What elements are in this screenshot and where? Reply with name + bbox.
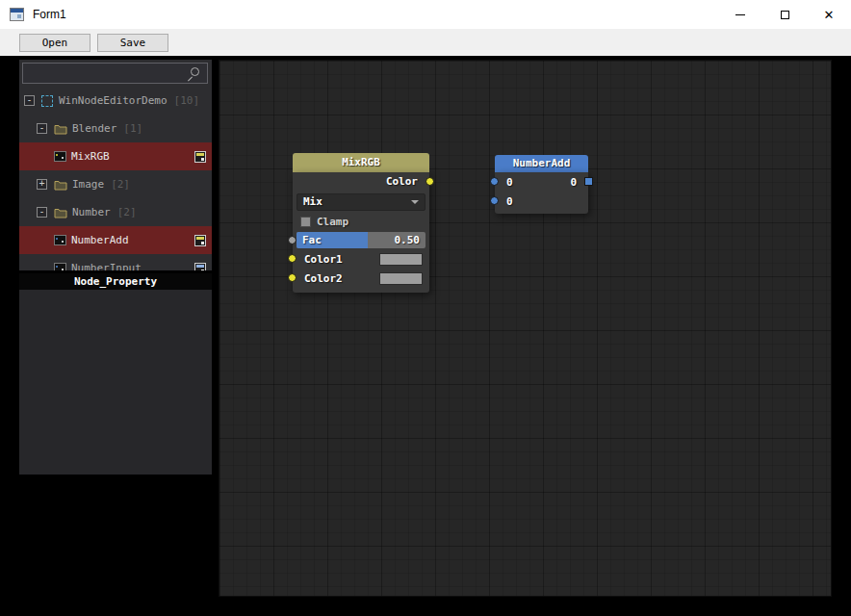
maximize-button[interactable]: [762, 0, 807, 29]
node-editor-icon: [41, 95, 53, 107]
node-mixrgb-body: Color Mix Clamp Fac 0.50 Color1: [293, 172, 429, 293]
node-form-icon[interactable]: [194, 235, 206, 246]
tree-item-label: Image: [72, 178, 104, 191]
fac-value: 0.50: [395, 232, 421, 248]
node-icon: [54, 263, 66, 270]
blend-mode-row: Mix: [293, 192, 429, 213]
tree-item-label: MixRGB: [71, 150, 110, 163]
numberadd-input2-socket[interactable]: [490, 196, 499, 205]
color1-row: Color1: [293, 249, 429, 269]
color2-row: Color2: [293, 269, 429, 288]
tree-item-winnodeeditordemo[interactable]: - WinNodeEditorDemo [10]: [19, 87, 212, 115]
node-numberadd[interactable]: NumberAdd 0 0 0: [495, 155, 588, 214]
tree-item-blender[interactable]: - Blender [1]: [19, 115, 212, 142]
close-icon: ✕: [824, 9, 835, 21]
node-mixrgb[interactable]: MixRGB Color Mix Clamp Fac 0.50: [293, 153, 429, 293]
collapse-icon[interactable]: -: [37, 207, 47, 218]
maximize-icon: [781, 11, 789, 19]
blend-mode-dropdown[interactable]: Mix: [297, 193, 426, 211]
node-icon: [54, 151, 66, 162]
tree-item-image[interactable]: + Image [2]: [19, 170, 212, 198]
tree-item-label: Number: [72, 206, 111, 218]
tree-item-label: WinNodeEditorDemo: [59, 94, 168, 107]
node-icon: [54, 235, 66, 245]
minimize-icon: [735, 14, 745, 15]
close-button[interactable]: ✕: [807, 0, 851, 29]
tree-item-mixrgb[interactable]: MixRGB: [19, 142, 212, 170]
color1-swatch[interactable]: [379, 253, 423, 266]
folder-icon: [54, 179, 67, 191]
tree-item-label: NumberInput: [71, 262, 142, 270]
fac-label: Fac: [302, 232, 322, 248]
chevron-down-icon: [411, 200, 419, 204]
window-title: Form1: [33, 8, 66, 21]
node-property-header: Node_Property: [19, 273, 212, 290]
node-tree: - WinNodeEditorDemo [10] - Blender [1] M…: [19, 87, 212, 270]
node-property-panel: [19, 290, 212, 475]
tree-item-count: [2]: [117, 206, 137, 218]
window-controls: ✕: [718, 0, 851, 29]
node-form-icon[interactable]: [194, 151, 206, 163]
expand-icon[interactable]: +: [37, 179, 47, 190]
search-input[interactable]: [23, 64, 207, 83]
color2-input-socket[interactable]: [288, 273, 297, 282]
minimize-button[interactable]: [718, 0, 762, 29]
tree-item-numberinput[interactable]: NumberInput: [19, 254, 212, 270]
tree-item-count: [10]: [174, 94, 200, 107]
clamp-checkbox[interactable]: [300, 217, 311, 227]
fac-row: Fac 0.50: [293, 231, 429, 249]
color1-input-socket[interactable]: [288, 254, 297, 263]
node-tree-panel: - WinNodeEditorDemo [10] - Blender [1] M…: [19, 60, 212, 270]
numberadd-row1: 0 0: [495, 172, 588, 192]
node-numberadd-body: 0 0 0: [495, 172, 588, 214]
node-canvas[interactable]: MixRGB Color Mix Clamp Fac 0.50: [219, 60, 832, 597]
node-form-icon[interactable]: [194, 263, 206, 271]
color-output-socket[interactable]: [426, 177, 434, 186]
numberadd-input1-socket[interactable]: [490, 177, 499, 186]
search-icon: [191, 67, 199, 76]
tree-item-label: Blender: [72, 122, 116, 135]
save-button[interactable]: Save: [97, 34, 168, 52]
color-output-row: Color: [293, 172, 429, 192]
titlebar: Form1 ✕: [0, 0, 851, 29]
fac-input-socket[interactable]: [288, 236, 297, 244]
node-mixrgb-header[interactable]: MixRGB: [293, 153, 429, 172]
numberadd-row2: 0: [495, 192, 588, 211]
tree-item-number[interactable]: - Number [2]: [19, 198, 212, 226]
folder-icon: [54, 123, 67, 135]
tree-item-count: [2]: [111, 178, 130, 191]
app-icon: [10, 8, 24, 21]
search-box: [22, 63, 208, 84]
numberadd-input1-value: 0: [506, 176, 513, 189]
color2-swatch[interactable]: [379, 272, 423, 285]
tree-item-label: NumberAdd: [71, 234, 129, 246]
color2-label: Color2: [304, 272, 343, 285]
collapse-icon[interactable]: -: [37, 123, 47, 134]
clamp-label: Clamp: [317, 216, 348, 228]
numberadd-output-value: 0: [570, 176, 577, 189]
folder-icon: [54, 207, 67, 218]
color1-label: Color1: [304, 253, 343, 266]
clamp-row: Clamp: [293, 213, 429, 231]
tree-item-numberadd[interactable]: NumberAdd: [19, 226, 212, 254]
numberadd-input2-value: 0: [506, 195, 513, 208]
collapse-icon[interactable]: -: [24, 95, 35, 106]
open-button[interactable]: Open: [19, 34, 90, 52]
blend-mode-value: Mix: [303, 195, 322, 208]
numberadd-output-socket[interactable]: [584, 177, 593, 186]
toolbar: Open Save: [0, 29, 851, 56]
fac-slider[interactable]: Fac 0.50: [297, 232, 426, 248]
tree-item-count: [1]: [123, 122, 142, 135]
node-numberadd-header[interactable]: NumberAdd: [495, 155, 588, 172]
